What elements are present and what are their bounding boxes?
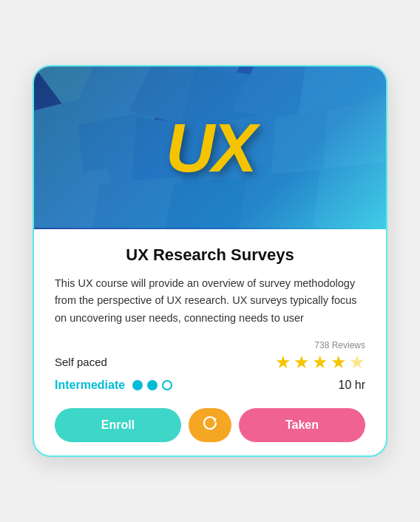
enroll-button[interactable]: Enroll xyxy=(55,408,181,442)
course-thumbnail: UX xyxy=(34,67,386,229)
course-title: UX Research Surveys xyxy=(55,245,365,265)
star-4: ★ xyxy=(331,352,347,373)
level-label: Intermediate xyxy=(55,379,125,392)
self-paced-label: Self paced xyxy=(55,356,107,368)
course-card: UX UX Research Surveys This UX course wi… xyxy=(33,65,387,457)
reviews-count: 738 Reviews xyxy=(55,340,365,350)
svg-marker-16 xyxy=(313,162,386,228)
course-logo: UX xyxy=(166,109,254,187)
dot-2 xyxy=(147,380,158,390)
star-rating: ★ ★ ★ ★ ★ xyxy=(275,352,365,373)
level-row: Intermediate 10 hr xyxy=(55,379,365,392)
duration-label: 10 hr xyxy=(339,379,365,392)
course-description: This UX course will provide an overview … xyxy=(55,275,365,327)
star-5: ★ xyxy=(349,352,365,373)
dot-1 xyxy=(132,380,143,390)
meta-row: Self paced ★ ★ ★ ★ ★ xyxy=(55,352,365,373)
star-2: ★ xyxy=(294,352,310,373)
card-body: UX Research Surveys This UX course will … xyxy=(34,229,386,455)
star-3: ★ xyxy=(312,352,328,373)
level-dots xyxy=(132,380,172,390)
action-row: Enroll Taken xyxy=(55,408,365,442)
dot-3 xyxy=(162,380,172,390)
star-1: ★ xyxy=(275,352,291,373)
taken-button[interactable]: Taken xyxy=(239,408,365,442)
refresh-button[interactable] xyxy=(189,408,231,442)
refresh-icon xyxy=(202,415,218,435)
level-left: Intermediate xyxy=(55,379,172,392)
